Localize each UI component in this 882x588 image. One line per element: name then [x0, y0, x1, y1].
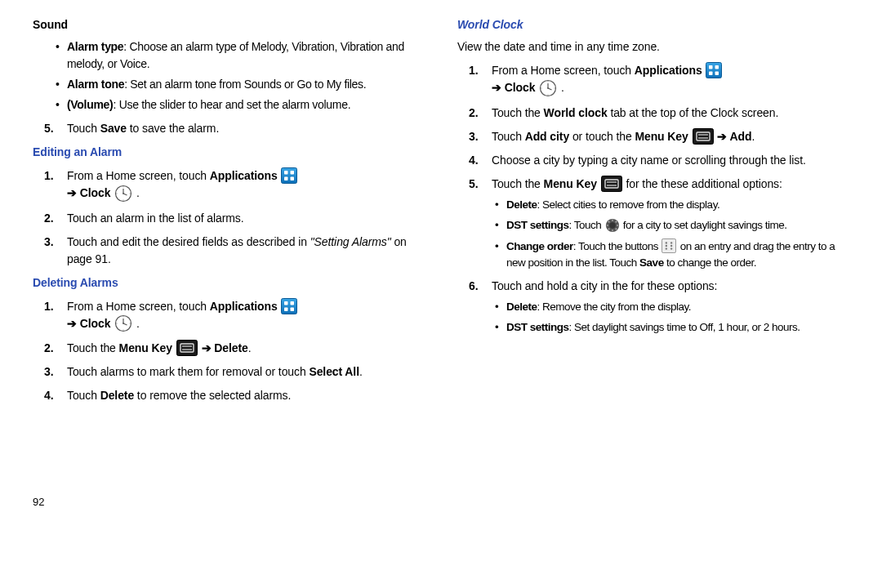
editing-step2: Touch an alarm in the list of alarms. [44, 210, 425, 227]
wc-step2: Touch the World clock tab at the top of … [469, 105, 849, 122]
wc-step5-bullets: Delete: Select cities to remove from the… [492, 197, 849, 271]
applications-icon [281, 167, 297, 184]
editing-step1: From a Home screen, touch Applications ➔… [44, 167, 425, 203]
world-clock-intro: View the date and time in any time zone. [457, 38, 849, 56]
bullet-alarm-tone: Alarm tone: Set an alarm tone from Sound… [56, 76, 425, 93]
menu-key-icon [693, 128, 714, 145]
clock-icon [114, 314, 132, 332]
sound-bullets: Alarm type: Choose an alarm type of Melo… [33, 38, 425, 114]
right-column: World Clock View the date and time in an… [457, 16, 849, 510]
deleting-step2: Touch the Menu Key ➔ Delete. [44, 340, 425, 357]
menu-key-icon [176, 340, 198, 356]
page-columns: Sound Alarm type: Choose an alarm type o… [33, 16, 849, 510]
clock-icon [114, 185, 132, 203]
world-clock-heading: World Clock [457, 16, 849, 33]
bullet-volume: (Volume): Use the slider to hear and set… [56, 96, 425, 114]
deleting-step1: From a Home screen, touch Applications ➔… [44, 298, 425, 334]
page-number: 92 [33, 494, 425, 510]
editing-steps: From a Home screen, touch Applications ➔… [33, 167, 425, 268]
deleting-alarms-heading: Deleting Alarms [33, 274, 425, 292]
bullet-alarm-type: Alarm type: Choose an alarm type of Melo… [56, 38, 425, 73]
drag-handle-icon [662, 238, 676, 253]
left-column: Sound Alarm type: Choose an alarm type o… [33, 16, 425, 510]
wc-step6-bullets: Delete: Remove the city from the display… [492, 299, 849, 336]
sun-icon [605, 218, 620, 233]
editing-step3: Touch and edit the desired fields as des… [44, 234, 425, 268]
deleting-step3: Touch alarms to mark them for removal or… [44, 363, 425, 381]
sound-heading: Sound [33, 16, 425, 33]
applications-icon [706, 62, 722, 78]
applications-icon [281, 298, 297, 314]
step-save-alarm: Touch Save to save the alarm. [44, 120, 425, 137]
sound-step5-list: Touch Save to save the alarm. [33, 120, 425, 137]
wc-step5: Touch the Menu Key for the these additio… [469, 176, 849, 271]
menu-key-icon [601, 176, 622, 192]
wc-step6: Touch and hold a city in the for these o… [469, 278, 849, 336]
editing-alarm-heading: Editing an Alarm [33, 144, 425, 161]
deleting-step4: Touch Delete to remove the selected alar… [44, 387, 425, 404]
wc5-delete: Delete: Select cities to remove from the… [495, 197, 849, 213]
wc6-delete: Delete: Remove the city from the display… [495, 299, 849, 315]
world-clock-steps: From a Home screen, touch Applications ➔… [457, 62, 849, 336]
wc-step1: From a Home screen, touch Applications ➔… [469, 62, 849, 98]
clock-icon [539, 79, 557, 97]
wc-step4: Choose a city by typing a city name or s… [469, 152, 849, 169]
deleting-steps: From a Home screen, touch Applications ➔… [33, 298, 425, 405]
wc5-dst: DST settings: Touch for a city to set da… [495, 217, 849, 234]
wc5-change-order: Change order: Touch the buttons on an en… [495, 238, 849, 272]
wc6-dst: DST settings: Set daylight savings time … [495, 319, 849, 336]
wc-step3: Touch Add city or touch the Menu Key ➔ A… [469, 128, 849, 145]
